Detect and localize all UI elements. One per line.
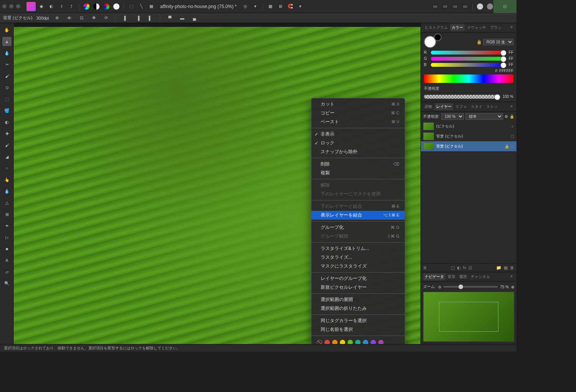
menu-item[interactable]: 非表示 <box>311 130 405 139</box>
pen-tool[interactable]: ✒ <box>2 221 12 230</box>
gear-icon[interactable]: ⚙ <box>505 114 508 119</box>
tab-histogram[interactable]: ヒストグラム <box>423 24 449 31</box>
white-balance-icon[interactable] <box>112 2 121 11</box>
quick-mask-icon[interactable]: ▦ <box>147 2 156 11</box>
app-logo-icon[interactable] <box>26 2 36 11</box>
crop-tool[interactable]: ✂ <box>2 60 12 69</box>
layer-opacity-select[interactable]: 100 % <box>441 113 464 120</box>
layer-stack-icon[interactable]: ≣ <box>423 265 427 270</box>
menu-item[interactable]: 削除⌫ <box>311 160 405 169</box>
contrast-icon[interactable] <box>92 2 101 11</box>
arrange-front-icon[interactable]: ▭ <box>451 2 459 11</box>
marquee-tool[interactable]: ⬚ <box>2 94 12 104</box>
zoom-out-icon[interactable]: ⊖ <box>438 285 441 289</box>
shape2-icon[interactable] <box>486 2 494 11</box>
arrange-behind-icon[interactable]: ▭ <box>461 2 469 11</box>
eye-tool-icon[interactable]: 👁 <box>65 14 73 22</box>
align-top-icon[interactable]: ▀ <box>166 14 174 22</box>
blur-tool[interactable]: 💧 <box>2 187 12 196</box>
layer-item[interactable]: (ピクセル) ✓ <box>421 121 516 131</box>
folder-icon[interactable]: 📁 <box>496 265 502 270</box>
text-tool[interactable]: A <box>2 256 12 265</box>
zoom-tool[interactable]: 🔍 <box>2 279 12 288</box>
panel-menu-icon[interactable]: ≡ <box>509 24 514 31</box>
color-wheel-icon[interactable] <box>82 2 91 11</box>
nav-viewport[interactable] <box>439 302 498 332</box>
selection-icon[interactable]: ⬚ <box>127 2 136 11</box>
blend-mode-select[interactable]: 標準 <box>465 113 503 120</box>
r-value[interactable]: FF <box>509 50 513 55</box>
tab-effects[interactable]: エフェ <box>454 103 468 110</box>
transform-tool-icon[interactable]: ⊡ <box>77 14 86 22</box>
tab-swatches[interactable]: スウォッチ <box>465 24 488 31</box>
layers-menu-icon[interactable]: ≡ <box>509 103 514 110</box>
rotate-tool-icon[interactable]: ⟳ <box>102 14 110 22</box>
zoom-in-icon[interactable]: ⊕ <box>511 285 514 289</box>
hex-value[interactable]: #: FFFFFF <box>424 69 513 73</box>
crop-guide-icon[interactable]: ╲ <box>137 2 146 11</box>
visible-checkbox[interactable]: ☐ <box>511 134 514 139</box>
menu-item[interactable]: マスクにラスタライズ <box>311 262 405 271</box>
gradient-tool[interactable]: ◐ <box>2 117 12 127</box>
layer-item[interactable]: 背景 (ピクセル) 🔒☐ <box>421 141 516 151</box>
guides-icon[interactable]: ⊞ <box>276 2 285 11</box>
paint-tool[interactable]: 🖌 <box>2 141 12 150</box>
flood-tool[interactable]: 🪣 <box>2 106 12 115</box>
target-icon[interactable]: ◎ <box>241 2 250 11</box>
hue-icon[interactable] <box>102 2 111 11</box>
sharpen-tool[interactable]: △ <box>2 198 12 207</box>
tab-color[interactable]: カラー <box>450 24 465 31</box>
adjust-icon[interactable]: ◐ <box>457 265 461 270</box>
account-icon[interactable]: ⚇ <box>493 0 516 13</box>
snap-icon[interactable]: 🧲 <box>286 2 295 11</box>
clone-tool[interactable]: ⊙ <box>2 83 12 92</box>
g-value[interactable]: FF <box>509 56 513 61</box>
move-tool-icon[interactable]: ✥ <box>89 14 98 22</box>
crop-layer-icon[interactable]: ⊡ <box>468 265 472 270</box>
menu-item[interactable]: 複製 <box>311 169 405 177</box>
dodge-tool[interactable]: ○ <box>2 164 12 173</box>
nav-preview[interactable] <box>423 292 514 342</box>
menu-item[interactable]: 表示レイヤーを結合⌥⇧⌘ E <box>311 211 405 220</box>
tone-persona-icon[interactable]: ⦀ <box>57 2 66 11</box>
menu-item[interactable]: 新規ピクセルレイヤー <box>311 283 405 292</box>
lock-icon[interactable]: 🔒 <box>505 144 509 149</box>
visible-check-icon[interactable]: ✓ <box>511 124 514 129</box>
zoom-slider[interactable] <box>444 286 498 288</box>
opacity-value[interactable]: 100 % <box>503 94 513 99</box>
shape-tool[interactable]: ■ <box>2 244 12 253</box>
menu-item[interactable]: カット⌘ X <box>311 100 405 109</box>
snap-dropdown-icon[interactable]: ▾ <box>296 2 305 11</box>
layer-lock-icon[interactable]: 🔒 <box>510 114 514 119</box>
menu-item[interactable]: スナップから除外 <box>311 147 405 156</box>
menu-item[interactable]: 同じ名前を選択 <box>311 325 405 334</box>
menu-item[interactable]: グループ化⌘ G <box>311 223 405 232</box>
menu-item[interactable]: 選択範囲の折りたたみ <box>311 304 405 313</box>
tab-history[interactable]: 履歴 <box>458 273 468 280</box>
shape1-icon[interactable] <box>476 2 484 11</box>
b-value[interactable]: FF <box>509 63 513 67</box>
menu-item[interactable]: レイヤーのグループ化 <box>311 274 405 283</box>
color-mode-select[interactable]: RGB 16 進 <box>483 39 513 45</box>
window-controls[interactable] <box>2 4 20 8</box>
align-left-icon[interactable]: ▌ <box>121 14 130 22</box>
background-swatch[interactable] <box>434 33 442 41</box>
opacity-slider[interactable] <box>424 95 500 99</box>
dropdown-icon[interactable]: ▾ <box>251 2 260 11</box>
tab-channels[interactable]: チャンネル <box>469 273 492 280</box>
menu-item[interactable]: 選択範囲の展開 <box>311 295 405 304</box>
tab-styles[interactable]: スタイ <box>469 103 484 110</box>
align-right-icon[interactable]: ▌ <box>146 14 154 22</box>
fx-icon[interactable]: fx <box>463 265 467 270</box>
develop-persona-icon[interactable]: ◐ <box>47 2 56 11</box>
arrange-forward-icon[interactable]: ▭ <box>441 2 449 11</box>
export-persona-icon[interactable]: ⤴ <box>67 2 76 11</box>
menu-item[interactable]: ラスタライズ&トリム... <box>311 244 405 253</box>
delete-layer-icon[interactable]: 🗑 <box>510 265 514 270</box>
menu-item[interactable]: ラスタライズ... <box>311 253 405 262</box>
smudge-tool[interactable]: 👆 <box>2 175 12 184</box>
healing-tool[interactable]: ✚ <box>2 129 12 138</box>
menu-item[interactable]: ペースト⌘ V <box>311 117 405 126</box>
eyedropper-tool[interactable]: 💧 <box>2 48 12 58</box>
b-slider[interactable] <box>431 63 506 67</box>
